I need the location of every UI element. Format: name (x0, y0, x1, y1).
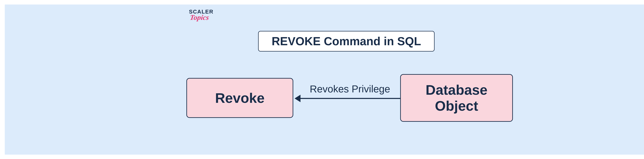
database-object-label-line1: Database (426, 82, 488, 98)
diagram-title: REVOKE Command in SQL (272, 35, 421, 48)
revoke-node-label: Revoke (215, 90, 264, 106)
arrow-head-icon (294, 95, 300, 102)
revoke-node: Revoke (186, 78, 293, 118)
logo-topics-text: Topics (190, 14, 209, 20)
arrow-line (299, 98, 400, 99)
diagram-title-box: REVOKE Command in SQL (258, 31, 434, 52)
scaler-topics-logo: SCALER Topics (189, 9, 214, 20)
arrow-label: Revokes Privilege (303, 83, 397, 95)
database-object-node: Database Object (400, 74, 513, 122)
diagram-canvas: SCALER Topics REVOKE Command in SQL Revo… (5, 4, 644, 154)
database-object-label-line2: Object (435, 98, 478, 114)
